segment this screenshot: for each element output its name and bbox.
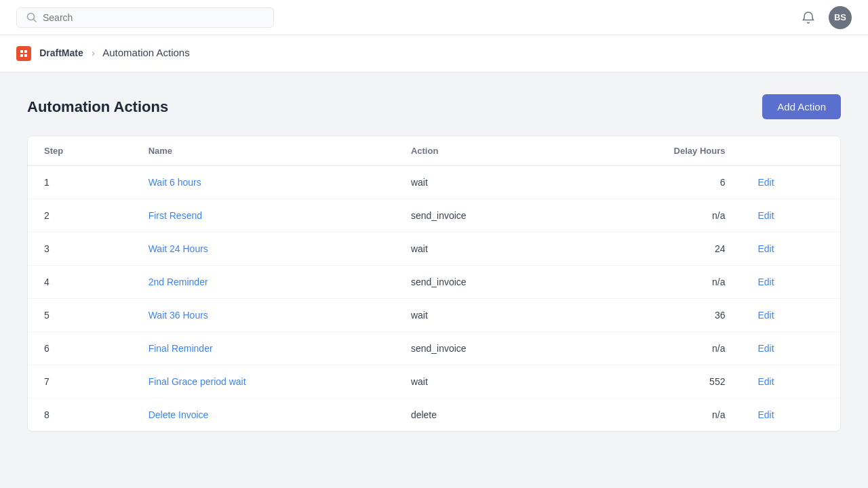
top-nav: BS bbox=[0, 0, 868, 35]
svg-rect-4 bbox=[24, 54, 27, 57]
table-row: 8Delete Invoicedeleten/aEdit bbox=[28, 399, 840, 432]
cell-name: Final Grace period wait bbox=[132, 365, 395, 399]
col-header-step: Step bbox=[28, 136, 132, 166]
breadcrumb: DraftMate › Automation Actions bbox=[16, 46, 852, 61]
breadcrumb-separator: › bbox=[92, 47, 95, 58]
svg-rect-3 bbox=[20, 54, 23, 57]
cell-name: First Resend bbox=[132, 199, 395, 232]
cell-edit: Edit bbox=[741, 166, 840, 199]
bell-icon bbox=[802, 11, 815, 24]
cell-name: Wait 36 Hours bbox=[132, 299, 395, 332]
cell-delay-hours: n/a bbox=[572, 266, 742, 299]
cell-name: Wait 6 hours bbox=[132, 166, 395, 199]
cell-edit: Edit bbox=[741, 399, 840, 432]
cell-action: send_invoice bbox=[395, 199, 572, 232]
col-header-name: Name bbox=[132, 136, 395, 166]
cell-step: 3 bbox=[28, 232, 132, 266]
svg-rect-1 bbox=[20, 50, 23, 53]
edit-link[interactable]: Edit bbox=[757, 210, 774, 221]
main-content: Automation Actions Add Action Step Name … bbox=[0, 73, 868, 453]
sub-header: DraftMate › Automation Actions bbox=[0, 35, 868, 73]
cell-delay-hours: 6 bbox=[572, 166, 742, 199]
name-link[interactable]: Final Grace period wait bbox=[149, 376, 246, 387]
table-container: Step Name Action Delay Hours 1Wait 6 hou… bbox=[27, 136, 841, 432]
table-row: 7Final Grace period waitwait552Edit bbox=[28, 365, 840, 399]
name-link[interactable]: Wait 36 Hours bbox=[149, 310, 208, 321]
table-row: 42nd Remindersend_invoicen/aEdit bbox=[28, 266, 840, 299]
cell-step: 5 bbox=[28, 299, 132, 332]
table-row: 5Wait 36 Hourswait36Edit bbox=[28, 299, 840, 332]
name-link[interactable]: Final Reminder bbox=[149, 343, 213, 354]
edit-link[interactable]: Edit bbox=[757, 376, 774, 387]
page-title: Automation Actions bbox=[27, 98, 168, 116]
table-row: 1Wait 6 hourswait6Edit bbox=[28, 166, 840, 199]
cell-action: delete bbox=[395, 399, 572, 432]
name-link[interactable]: Delete Invoice bbox=[149, 409, 209, 420]
cell-step: 1 bbox=[28, 166, 132, 199]
cell-edit: Edit bbox=[741, 332, 840, 365]
cell-edit: Edit bbox=[741, 299, 840, 332]
cell-delay-hours: n/a bbox=[572, 399, 742, 432]
breadcrumb-current: Automation Actions bbox=[102, 47, 189, 58]
name-link[interactable]: 2nd Reminder bbox=[149, 277, 208, 287]
cell-action: send_invoice bbox=[395, 332, 572, 365]
cell-delay-hours: n/a bbox=[572, 199, 742, 232]
table-row: 2First Resendsend_invoicen/aEdit bbox=[28, 199, 840, 232]
col-header-edit bbox=[741, 136, 840, 166]
col-header-delay-hours: Delay Hours bbox=[572, 136, 742, 166]
table-row: 6Final Remindersend_invoicen/aEdit bbox=[28, 332, 840, 365]
name-link[interactable]: First Resend bbox=[149, 210, 202, 221]
cell-action: send_invoice bbox=[395, 266, 572, 299]
nav-right: BS bbox=[799, 6, 852, 29]
edit-link[interactable]: Edit bbox=[757, 277, 774, 287]
cell-action: wait bbox=[395, 299, 572, 332]
edit-link[interactable]: Edit bbox=[757, 243, 774, 254]
name-link[interactable]: Wait 6 hours bbox=[149, 177, 201, 188]
cell-name: 2nd Reminder bbox=[132, 266, 395, 299]
name-link[interactable]: Wait 24 Hours bbox=[149, 243, 208, 254]
cell-name: Delete Invoice bbox=[132, 399, 395, 432]
cell-step: 8 bbox=[28, 399, 132, 432]
table-header-row: Step Name Action Delay Hours bbox=[28, 136, 840, 166]
col-header-action: Action bbox=[395, 136, 572, 166]
avatar[interactable]: BS bbox=[829, 6, 852, 29]
cell-step: 4 bbox=[28, 266, 132, 299]
cell-action: wait bbox=[395, 166, 572, 199]
table-row: 3Wait 24 Hourswait24Edit bbox=[28, 232, 840, 266]
cell-action: wait bbox=[395, 365, 572, 399]
cell-edit: Edit bbox=[741, 199, 840, 232]
page-header: Automation Actions Add Action bbox=[27, 94, 841, 119]
cell-delay-hours: 552 bbox=[572, 365, 742, 399]
cell-name: Final Reminder bbox=[132, 332, 395, 365]
edit-link[interactable]: Edit bbox=[757, 409, 774, 420]
search-icon bbox=[26, 12, 37, 23]
cell-delay-hours: 36 bbox=[572, 299, 742, 332]
search-bar[interactable] bbox=[16, 7, 274, 28]
app-logo-icon bbox=[16, 46, 31, 61]
cell-step: 7 bbox=[28, 365, 132, 399]
cell-edit: Edit bbox=[741, 266, 840, 299]
automation-actions-table: Step Name Action Delay Hours 1Wait 6 hou… bbox=[28, 136, 840, 431]
cell-delay-hours: n/a bbox=[572, 332, 742, 365]
cell-step: 2 bbox=[28, 199, 132, 232]
add-action-button[interactable]: Add Action bbox=[762, 94, 841, 119]
svg-rect-2 bbox=[24, 50, 27, 53]
edit-link[interactable]: Edit bbox=[757, 343, 774, 354]
notifications-button[interactable] bbox=[799, 8, 818, 27]
cell-action: wait bbox=[395, 232, 572, 266]
app-name: DraftMate bbox=[39, 47, 83, 58]
cell-edit: Edit bbox=[741, 232, 840, 266]
cell-edit: Edit bbox=[741, 365, 840, 399]
cell-name: Wait 24 Hours bbox=[132, 232, 395, 266]
cell-step: 6 bbox=[28, 332, 132, 365]
cell-delay-hours: 24 bbox=[572, 232, 742, 266]
search-input[interactable] bbox=[43, 12, 264, 23]
edit-link[interactable]: Edit bbox=[757, 310, 774, 321]
draftmate-icon bbox=[19, 49, 28, 58]
edit-link[interactable]: Edit bbox=[757, 177, 774, 188]
